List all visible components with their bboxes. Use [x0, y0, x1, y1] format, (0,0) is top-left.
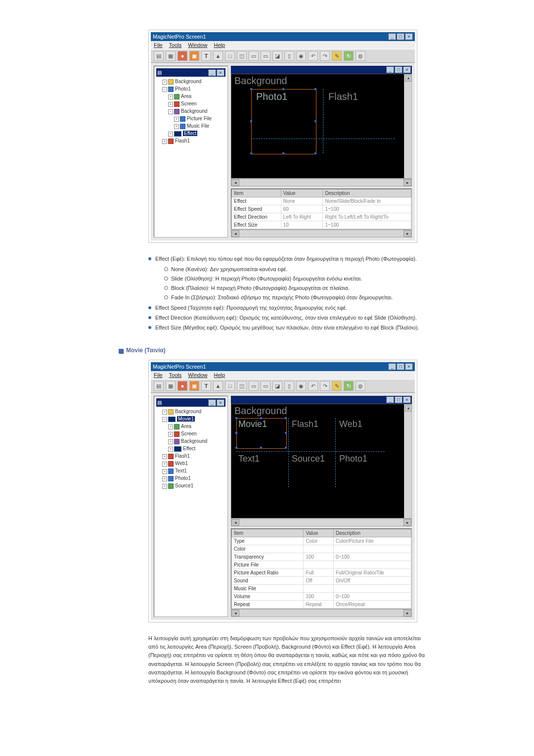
- layout-canvas[interactable]: Background Movie1 Flash1 Web1 Text1 Sour…: [231, 404, 412, 519]
- tree-item[interactable]: +Background: [168, 437, 225, 445]
- tool-icon[interactable]: ◫: [237, 51, 247, 61]
- tool-icon[interactable]: ↷: [320, 381, 330, 391]
- scroll-left-icon[interactable]: ◂: [231, 230, 239, 237]
- tree-item[interactable]: −Background+Picture File+Music File: [168, 107, 225, 130]
- scroll-left-icon[interactable]: ◂: [231, 519, 239, 526]
- menu-file[interactable]: File: [154, 372, 163, 378]
- tool-icon[interactable]: ▦: [166, 381, 176, 391]
- tree-item[interactable]: +Text1: [162, 467, 225, 474]
- tool-icon[interactable]: ◫: [237, 381, 247, 391]
- scroll-right-icon[interactable]: ▸: [403, 230, 411, 237]
- maximize-icon[interactable]: □: [397, 363, 404, 370]
- tool-icon[interactable]: ▲: [213, 51, 223, 61]
- grid-row[interactable]: Transparency1000~100: [232, 553, 411, 561]
- tool-icon[interactable]: ▭: [261, 381, 270, 391]
- tree-item[interactable]: +Effect: [168, 445, 225, 452]
- tree-item[interactable]: −Movie1+Area+Screen+Background+Effect: [162, 415, 225, 452]
- tool-icon[interactable]: ▯: [284, 381, 294, 391]
- text-tool-icon[interactable]: T: [201, 51, 211, 61]
- tool-icon[interactable]: ↻: [344, 381, 354, 391]
- menu-help[interactable]: Help: [214, 372, 225, 378]
- grid-row[interactable]: Music File: [232, 585, 411, 593]
- menu-tools[interactable]: Tools: [169, 372, 182, 378]
- tool-icon[interactable]: ▦: [166, 51, 176, 61]
- layout-canvas[interactable]: Background Photo1 Flash1 ▴: [231, 74, 412, 179]
- tool-icon[interactable]: ◉: [296, 51, 306, 61]
- tree-item[interactable]: +Music File: [174, 122, 225, 130]
- grid-row[interactable]: EffectNoneNone/Slide/Block/Fade In: [232, 197, 411, 205]
- tool-icon[interactable]: ▤: [154, 51, 164, 61]
- tool-icon[interactable]: ●: [178, 51, 187, 61]
- tree-item[interactable]: +Source1: [162, 482, 225, 489]
- tool-icon[interactable]: ◍: [356, 381, 365, 391]
- tool-icon[interactable]: ↻: [344, 51, 354, 61]
- panel-close-icon[interactable]: ×: [403, 66, 411, 73]
- tree-item[interactable]: +Background: [162, 78, 225, 85]
- scroll-right-icon[interactable]: ▸: [403, 610, 411, 616]
- grid-row[interactable]: Effect DirectionLeft To RightRight To Le…: [232, 213, 411, 221]
- tool-icon[interactable]: □: [225, 51, 235, 61]
- grid-row[interactable]: Effect Speed601~100: [232, 205, 411, 213]
- tool-icon[interactable]: ✎: [332, 381, 342, 391]
- grid-row[interactable]: Picture Aspect RatioFullFull/Original Ra…: [232, 569, 411, 577]
- tree-item[interactable]: +Flash1: [162, 452, 225, 460]
- grid-row[interactable]: SoundOffOn/Off: [232, 577, 411, 585]
- text-tool-icon[interactable]: T: [201, 381, 211, 391]
- menu-tools[interactable]: Tools: [169, 42, 182, 48]
- tool-icon[interactable]: ◉: [296, 381, 306, 391]
- grid-row[interactable]: RepeatRepeatOnce/Repeat: [232, 601, 411, 609]
- tool-icon[interactable]: ▤: [154, 381, 164, 391]
- tree-item[interactable]: +Flash1: [162, 137, 225, 144]
- panel-min-icon[interactable]: _: [386, 396, 394, 403]
- menu-window[interactable]: Window: [188, 42, 207, 48]
- panel-max-icon[interactable]: □: [395, 66, 402, 73]
- panel-close-icon[interactable]: ×: [217, 69, 224, 76]
- panel-min-icon[interactable]: _: [386, 66, 394, 73]
- minimize-icon[interactable]: _: [388, 363, 396, 370]
- tool-icon[interactable]: ▣: [189, 51, 199, 61]
- close-icon[interactable]: ×: [405, 363, 413, 370]
- menu-window[interactable]: Window: [188, 372, 207, 378]
- panel-min-icon[interactable]: _: [208, 399, 216, 406]
- grid-row[interactable]: Effect Size101~100: [232, 221, 411, 229]
- tree-item[interactable]: −Photo1+Area+Screen−Background+Picture F…: [162, 85, 225, 137]
- tree-item[interactable]: +Screen: [168, 430, 225, 437]
- tree-item[interactable]: +Photo1: [162, 474, 225, 482]
- tool-icon[interactable]: ◪: [272, 381, 282, 391]
- panel-max-icon[interactable]: □: [395, 396, 402, 403]
- menu-file[interactable]: File: [154, 42, 163, 48]
- tool-icon[interactable]: ↷: [320, 51, 330, 61]
- grid-row[interactable]: TypeColorColor/Picture File: [232, 537, 411, 545]
- tool-icon[interactable]: ▯: [284, 51, 294, 61]
- tree-item[interactable]: +Effect: [168, 130, 225, 137]
- tool-icon[interactable]: ●: [178, 381, 187, 391]
- tool-icon[interactable]: ↶: [308, 381, 318, 391]
- scroll-right-icon[interactable]: ▸: [403, 519, 411, 526]
- scroll-up-icon[interactable]: ▴: [405, 405, 412, 412]
- tree-item[interactable]: +Screen: [168, 100, 225, 107]
- tool-icon[interactable]: ↶: [308, 51, 318, 61]
- grid-row[interactable]: Color: [232, 545, 411, 553]
- grid-row[interactable]: Volume1000~100: [232, 593, 411, 601]
- tool-icon[interactable]: ▭: [249, 381, 259, 391]
- scroll-left-icon[interactable]: ◂: [231, 179, 239, 186]
- tool-icon[interactable]: ▣: [189, 381, 199, 391]
- tree-item[interactable]: +Area: [168, 93, 225, 100]
- tool-icon[interactable]: ▲: [213, 381, 223, 391]
- tool-icon[interactable]: ✎: [332, 51, 342, 61]
- panel-close-icon[interactable]: ×: [403, 396, 411, 403]
- tree-item[interactable]: +Web1: [162, 460, 225, 467]
- tool-icon[interactable]: ◍: [356, 51, 365, 61]
- menu-help[interactable]: Help: [214, 42, 225, 48]
- minimize-icon[interactable]: _: [388, 33, 396, 40]
- tool-icon[interactable]: ▭: [249, 51, 259, 61]
- maximize-icon[interactable]: □: [397, 33, 404, 40]
- panel-close-icon[interactable]: ×: [217, 399, 224, 406]
- tree-item[interactable]: +Area: [168, 423, 225, 430]
- grid-row[interactable]: Picture File: [232, 561, 411, 569]
- tool-icon[interactable]: ▭: [261, 51, 270, 61]
- tree-item[interactable]: +Background: [162, 408, 225, 415]
- tool-icon[interactable]: ◪: [272, 51, 282, 61]
- scroll-right-icon[interactable]: ▸: [403, 179, 411, 186]
- panel-min-icon[interactable]: _: [208, 69, 216, 76]
